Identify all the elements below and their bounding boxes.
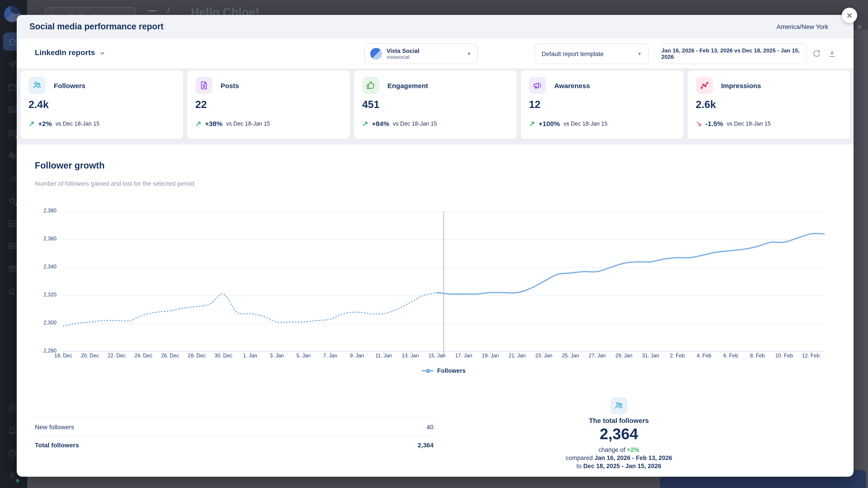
follower-growth-chart[interactable]	[61, 210, 826, 359]
home-icon	[7, 37, 17, 46]
chart-title: Follower growth	[35, 160, 105, 171]
profile-name: Vista Social	[386, 47, 420, 54]
chart-legend[interactable]: Followers	[61, 367, 826, 374]
card-title: Engagement	[388, 82, 428, 89]
chevron-down-icon: ▼	[467, 51, 471, 57]
trend-compare-label: vs Dec 18-Jan 15	[727, 121, 771, 127]
total-followers-summary: The total followers 2,364 change of +2% …	[528, 397, 709, 469]
download-icon	[828, 49, 836, 58]
summary-title: The total followers	[528, 417, 709, 424]
timezone-label: America/New York	[776, 23, 828, 30]
chevron-down-icon	[99, 50, 105, 56]
trend-percent: +38%	[205, 120, 223, 127]
template-label: Default report template	[541, 51, 604, 57]
people-icon	[29, 77, 46, 94]
trend-down-icon: ↘	[696, 119, 702, 128]
help-circle-icon	[7, 448, 17, 457]
atom-icon	[7, 151, 17, 160]
bell-icon	[7, 425, 17, 435]
screen: Select Profiles 14 ▾ / Hello Chloe! ✕	[0, 0, 868, 488]
paper-plane-icon	[7, 59, 17, 69]
wallet-icon	[7, 264, 17, 273]
row-value: 40	[427, 423, 434, 430]
document-icon	[195, 77, 213, 94]
background-close-icon[interactable]: ✕	[856, 23, 863, 32]
megaphone-icon	[529, 77, 546, 94]
followers-table: New followers 40 Total followers 2,364	[35, 418, 434, 454]
y-tick-label: 2,340	[17, 264, 57, 269]
summary-value: 2,364	[528, 425, 709, 443]
people-icon	[610, 397, 627, 414]
modal-header: Social media performance report America/…	[17, 15, 854, 38]
summary-change: change of +2%	[528, 447, 709, 453]
modal-title: Social media performance report	[29, 22, 163, 31]
close-icon: ✕	[846, 11, 852, 20]
trend-compare-label: vs Dec 18-Jan 15	[56, 121, 100, 127]
calendar-icon	[7, 82, 17, 92]
report-type-dropdown[interactable]: LinkedIn reports	[35, 48, 105, 57]
avatar-icon	[7, 470, 17, 480]
trend-up-icon: ↗	[362, 119, 368, 128]
metric-card-awareness: Awareness 12 ↗ +100% vs Dec 18-Jan 15	[521, 70, 684, 139]
trend-compare-label: vs Dec 18-Jan 15	[226, 121, 270, 127]
chevron-down-icon: ▼	[637, 51, 642, 57]
template-select[interactable]: Default report template ▼	[535, 43, 649, 64]
y-tick-label: 2,380	[17, 208, 57, 213]
slash-separator: /	[167, 6, 169, 15]
inbox-check-icon	[7, 219, 17, 228]
bar-chart-icon	[7, 173, 17, 183]
card-value: 2.6k	[696, 98, 716, 111]
metric-card-followers: Followers 2.4k ↗ +2% vs Dec 18-Jan 15	[20, 70, 183, 139]
id-card-icon	[7, 241, 17, 251]
y-tick-label: 2,300	[17, 320, 57, 325]
report-type-label: LinkedIn reports	[35, 48, 95, 57]
metric-card-impressions: Impressions 2.6k ↘ -1.5% vs Dec 18-Jan 1…	[688, 70, 850, 139]
metric-card-engagement: Engagement 451 ↗ +84% vs Dec 18-Jan 15	[354, 70, 517, 139]
download-button[interactable]	[826, 47, 838, 59]
metric-card-posts: Posts 22 ↗ +38% vs Dec 18-Jan 15	[187, 70, 350, 139]
summary-period-previous: to Dec 18, 2025 - Jan 15, 2026	[528, 463, 709, 469]
row-label: New followers	[35, 423, 74, 430]
y-tick-label: 2,320	[17, 292, 57, 297]
trend-up-icon: ↗	[29, 119, 35, 128]
card-title: Posts	[221, 82, 239, 89]
row-value: 2,364	[418, 441, 434, 449]
card-value: 12	[529, 98, 540, 111]
card-title: Impressions	[721, 82, 761, 89]
close-button[interactable]: ✕	[842, 8, 857, 23]
profile-select[interactable]: Vista Social vistasocial ▼	[364, 43, 477, 64]
trend-percent: -1.5%	[706, 120, 723, 127]
trend-compare-label: vs Dec 18-Jan 15	[393, 121, 437, 127]
summary-change-percent: +2%	[627, 447, 640, 453]
trend-compare-label: vs Dec 18-Jan 15	[563, 121, 608, 127]
trend-up-icon: ↗	[195, 119, 202, 128]
card-value: 22	[195, 98, 207, 111]
trend-percent: +100%	[539, 120, 560, 127]
table-row: New followers 40	[35, 418, 434, 435]
trend-percent: +84%	[372, 120, 390, 127]
table-row: Total followers 2,364	[35, 435, 434, 454]
profile-handle: vistasocial	[386, 54, 420, 60]
card-value: 451	[362, 98, 379, 111]
trend-percent: +2%	[38, 120, 52, 127]
refresh-button[interactable]	[811, 47, 822, 59]
row-label: Total followers	[35, 441, 79, 449]
plus-circle-icon	[7, 403, 17, 412]
thumbs-up-icon	[362, 77, 379, 94]
summary-period-current: compared Jan 16, 2026 - Feb 13, 2026	[528, 455, 709, 461]
y-tick-label: 2,360	[17, 236, 57, 241]
profile-avatar	[370, 48, 382, 60]
card-value: 2.4k	[29, 98, 49, 111]
media-icon	[7, 105, 17, 114]
share-nodes-icon	[696, 77, 713, 94]
legend-label: Followers	[437, 367, 466, 374]
trend-up-icon: ↗	[529, 119, 535, 128]
card-title: Awareness	[554, 82, 590, 89]
legend-marker-icon	[422, 370, 434, 371]
card-title: Followers	[54, 82, 86, 89]
report-modal: Social media performance report America/…	[17, 15, 854, 477]
profile-text: Vista Social vistasocial	[386, 47, 420, 60]
date-range-button[interactable]: Jan 16, 2026 - Feb 13, 2026 vs Dec 18, 2…	[661, 43, 807, 64]
online-status-dot	[16, 479, 20, 483]
y-tick-label: 2,280	[17, 348, 57, 353]
